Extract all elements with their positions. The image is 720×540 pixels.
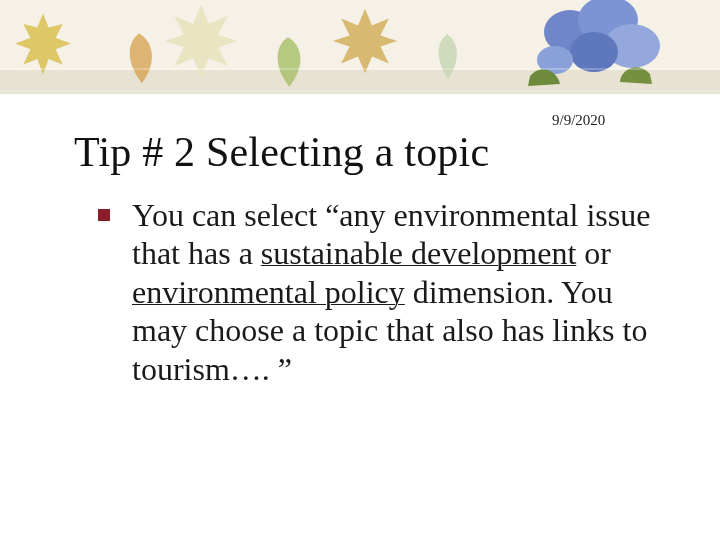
slide-date: 9/9/2020 (552, 112, 605, 129)
leaf-icon (420, 30, 474, 84)
body-paragraph: You can select “any environmental issue … (132, 196, 668, 388)
leaf-icon (260, 34, 316, 90)
slide-body: You can select “any environmental issue … (98, 196, 668, 388)
flower-icon (500, 0, 690, 94)
svg-point-3 (570, 32, 618, 72)
bullet-icon (98, 209, 110, 221)
leaf-icon (110, 30, 168, 88)
slide-title: Tip # 2 Selecting a topic (74, 128, 489, 176)
decorative-banner (0, 0, 720, 94)
maple-leaf-icon (330, 6, 400, 76)
